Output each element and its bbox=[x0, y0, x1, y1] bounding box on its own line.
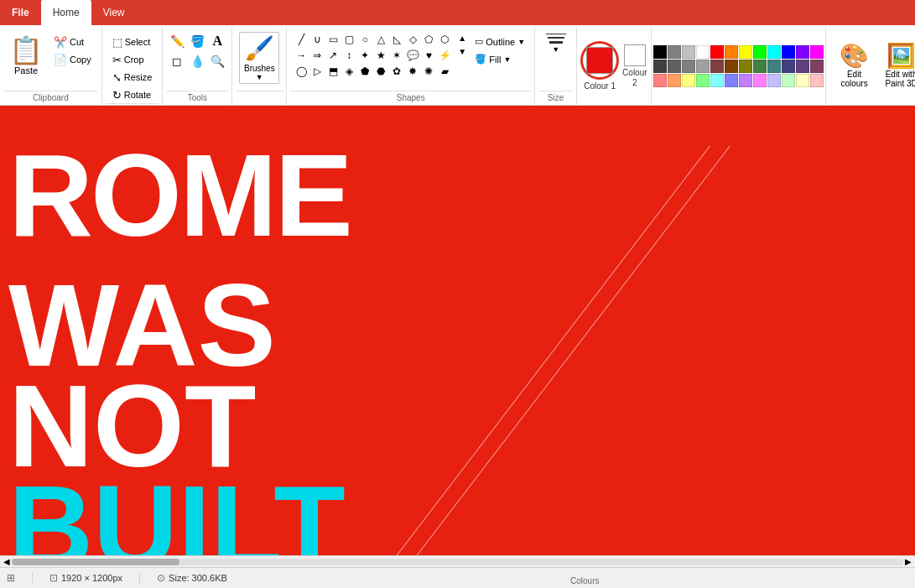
palette-swatch[interactable] bbox=[710, 74, 724, 87]
shape-extra9[interactable]: ✺ bbox=[421, 64, 436, 79]
palette-swatch[interactable] bbox=[710, 45, 724, 59]
shape-extra1[interactable]: ◯ bbox=[294, 64, 309, 79]
shape-extra8[interactable]: ✸ bbox=[405, 64, 420, 79]
cut-button[interactable]: ✂️ Cut bbox=[49, 34, 96, 50]
palette-swatch[interactable] bbox=[810, 45, 824, 59]
palette-swatch[interactable] bbox=[696, 45, 710, 59]
shape-diamond[interactable]: ◇ bbox=[405, 32, 420, 47]
shape-star4[interactable]: ✦ bbox=[357, 48, 372, 63]
shape-right-triangle[interactable]: ◺ bbox=[389, 32, 404, 47]
palette-swatch[interactable] bbox=[767, 74, 781, 87]
shape-star5[interactable]: ★ bbox=[373, 48, 388, 63]
palette-swatch[interactable] bbox=[682, 45, 695, 59]
shape-line[interactable]: ╱ bbox=[294, 32, 309, 47]
scrollbar-thumb[interactable] bbox=[12, 559, 179, 565]
fill-tool[interactable]: 🪣 bbox=[188, 32, 206, 50]
shape-arrow-r[interactable]: → bbox=[294, 48, 309, 63]
fill-icon: 🪣 bbox=[475, 54, 486, 65]
shape-extra2[interactable]: ▷ bbox=[309, 64, 325, 79]
palette-swatch[interactable] bbox=[739, 60, 752, 73]
palette-swatch[interactable] bbox=[725, 60, 738, 73]
palette-swatch[interactable] bbox=[653, 74, 667, 87]
shape-hexagon[interactable]: ⬡ bbox=[437, 32, 452, 47]
palette-swatch[interactable] bbox=[782, 45, 795, 59]
tab-view[interactable]: View bbox=[91, 0, 137, 25]
palette-swatch[interactable] bbox=[668, 60, 681, 73]
colour1-area[interactable]: Colour 1 bbox=[580, 41, 619, 91]
canvas-content: ROME WAS NOT BUILT IN bbox=[0, 106, 915, 555]
palette-swatch[interactable] bbox=[739, 74, 752, 87]
shape-extra4[interactable]: ◈ bbox=[341, 64, 356, 79]
magnifier-tool[interactable]: 🔍 bbox=[208, 52, 226, 70]
palette-swatch[interactable] bbox=[710, 60, 724, 73]
palette-swatch[interactable] bbox=[653, 45, 667, 59]
palette-swatch[interactable] bbox=[696, 60, 710, 73]
palette-swatch[interactable] bbox=[668, 45, 681, 59]
palette-swatch[interactable] bbox=[796, 74, 809, 87]
text-tool[interactable]: A bbox=[208, 32, 226, 50]
colour2-area[interactable]: Colour 2 bbox=[622, 44, 647, 88]
brushes-button[interactable]: 🖌️ Brushes ▼ bbox=[239, 32, 279, 84]
palette-swatch[interactable] bbox=[810, 60, 824, 73]
shape-pentagon[interactable]: ⬠ bbox=[421, 32, 436, 47]
shape-extra3[interactable]: ⬒ bbox=[325, 64, 341, 79]
palette-swatch[interactable] bbox=[653, 60, 667, 73]
palette-swatch[interactable] bbox=[782, 60, 795, 73]
shape-ellipse[interactable]: ○ bbox=[357, 32, 372, 47]
shape-extra6[interactable]: ⬣ bbox=[373, 64, 388, 79]
palette-swatch[interactable] bbox=[767, 60, 781, 73]
scrollbar-horizontal[interactable]: ◀ ▶ bbox=[0, 555, 915, 567]
palette-swatch[interactable] bbox=[725, 45, 738, 59]
eraser-tool[interactable]: ◻ bbox=[168, 52, 186, 70]
edit-colours-button[interactable]: 🎨 Edit colours bbox=[833, 40, 876, 92]
palette-swatch[interactable] bbox=[696, 74, 710, 87]
tab-file[interactable]: File bbox=[0, 0, 41, 25]
pencil-tool[interactable]: ✏️ bbox=[168, 32, 186, 50]
shape-extra5[interactable]: ⬟ bbox=[357, 64, 372, 79]
status-expand-icon: ⊞ bbox=[7, 572, 15, 584]
fill-button[interactable]: 🪣 Fill ▼ bbox=[470, 51, 529, 67]
scroll-right-button[interactable]: ▶ bbox=[903, 557, 913, 567]
scroll-left-button[interactable]: ◀ bbox=[2, 557, 12, 567]
shape-arrow4[interactable]: ↕ bbox=[341, 48, 356, 63]
shapes-scroll-up[interactable]: ▲ bbox=[456, 32, 468, 44]
palette-swatch[interactable] bbox=[753, 45, 767, 59]
palette-swatch[interactable] bbox=[739, 45, 752, 59]
shape-triangle[interactable]: △ bbox=[373, 32, 388, 47]
shape-lightning[interactable]: ⚡ bbox=[437, 48, 452, 63]
palette-swatch[interactable] bbox=[753, 60, 767, 73]
palette-swatch[interactable] bbox=[796, 45, 809, 59]
shape-curve[interactable]: ∪ bbox=[309, 32, 325, 47]
shape-arrow3[interactable]: ↗ bbox=[325, 48, 341, 63]
crop-button[interactable]: ✂ Crop bbox=[107, 51, 158, 68]
palette-swatch[interactable] bbox=[782, 74, 795, 87]
select-button[interactable]: ⬚ Select bbox=[107, 34, 158, 50]
tab-home[interactable]: Home bbox=[41, 0, 91, 25]
shape-rect[interactable]: ▭ bbox=[325, 32, 341, 47]
shape-arrow2[interactable]: ⇒ bbox=[309, 48, 325, 63]
palette-swatch[interactable] bbox=[796, 60, 809, 73]
shape-callout[interactable]: 💬 bbox=[405, 48, 420, 63]
size-button[interactable]: ▼ bbox=[540, 30, 571, 57]
palette-swatch[interactable] bbox=[767, 45, 781, 59]
palette-swatch[interactable] bbox=[682, 60, 695, 73]
paste-button[interactable]: 📋 Paste bbox=[5, 30, 47, 82]
shape-extra7[interactable]: ✿ bbox=[389, 64, 404, 79]
shape-heart[interactable]: ♥ bbox=[421, 48, 436, 63]
color-picker-tool[interactable]: 💧 bbox=[188, 52, 206, 70]
shape-rounded-rect[interactable]: ▢ bbox=[341, 32, 356, 47]
shape-extra10[interactable]: ▰ bbox=[437, 64, 452, 79]
shape-star6[interactable]: ✶ bbox=[389, 48, 404, 63]
palette-swatch[interactable] bbox=[810, 74, 824, 87]
palette-swatch[interactable] bbox=[668, 74, 681, 87]
shapes-scroll-down[interactable]: ▼ bbox=[456, 45, 468, 57]
palette-swatch[interactable] bbox=[753, 74, 767, 87]
edit-paint3d-button[interactable]: 🖼️ Edit with Paint 3D bbox=[880, 40, 915, 92]
rotate-button[interactable]: ↻ Rotate bbox=[107, 86, 158, 103]
resize-button[interactable]: ⤡ Resize bbox=[107, 69, 158, 86]
copy-button[interactable]: 📄 Copy bbox=[49, 51, 96, 68]
palette-swatch[interactable] bbox=[725, 74, 738, 87]
outline-button[interactable]: ▭ Outline ▼ bbox=[470, 34, 529, 49]
palette-swatch[interactable] bbox=[682, 74, 695, 87]
resize-icon: ⤡ bbox=[112, 71, 122, 84]
